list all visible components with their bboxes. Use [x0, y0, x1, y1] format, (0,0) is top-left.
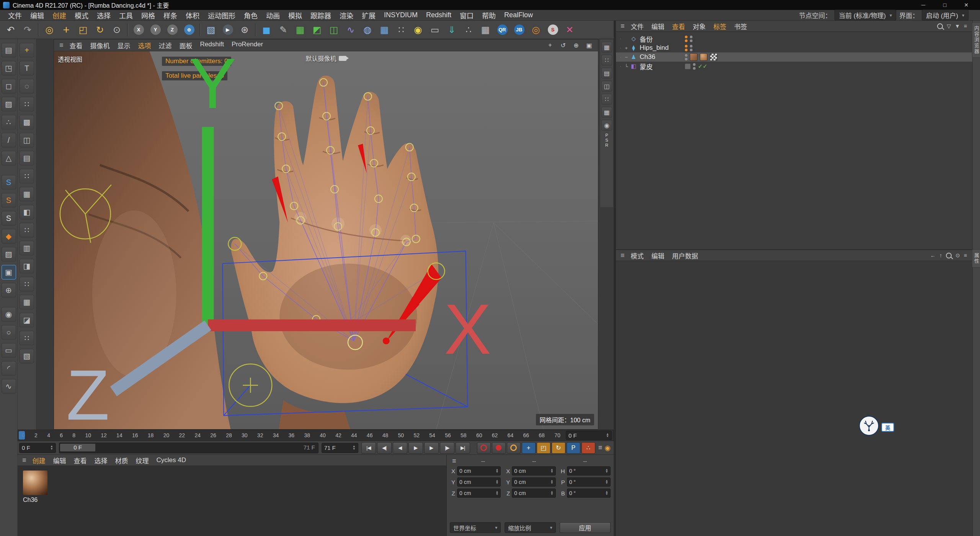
menubar-item[interactable]: RealFlow	[500, 11, 537, 19]
polygon-mode-button[interactable]: △	[2, 151, 16, 165]
pan-view-icon[interactable]: +	[544, 41, 556, 50]
stepper-icon[interactable]: ▲▼	[495, 491, 498, 496]
weights-tag-icon[interactable]	[710, 53, 717, 61]
menubar-item[interactable]: 跟踪器	[306, 10, 335, 20]
keyframe-selection-button[interactable]	[507, 442, 521, 454]
coordinate-input[interactable]: 0 cm▲▼	[512, 466, 555, 476]
panel-menu-icon[interactable]: ≡	[618, 252, 627, 260]
key-rotation-button[interactable]: ↻	[552, 442, 565, 454]
layer-dots-icon[interactable]	[685, 36, 688, 42]
lock-icon[interactable]: ⊙	[956, 252, 960, 258]
light-button[interactable]: ◉	[410, 22, 426, 38]
object-manager-menu-item[interactable]: 查看	[668, 21, 689, 31]
redshift-tool-button[interactable]: S	[544, 22, 561, 38]
stepper-icon[interactable]: ▲▼	[605, 491, 608, 496]
palette-k-button[interactable]: ∷	[20, 277, 34, 291]
scale-button[interactable]: ◰	[75, 22, 91, 38]
palette-i-button[interactable]: ▥	[20, 241, 34, 255]
render-view-button[interactable]: ▧	[203, 22, 219, 38]
render-visibility-dot[interactable]	[690, 49, 693, 51]
coordinate-system-dropdown[interactable]: 世界坐标 ▾	[450, 522, 501, 533]
search-icon[interactable]	[937, 23, 943, 29]
qr-plugin-button[interactable]: QR	[494, 22, 511, 38]
maximize-button[interactable]: □	[934, 0, 956, 10]
menubar-item[interactable]: 角色	[240, 10, 262, 20]
viewport-menu-item[interactable]: 显示	[114, 41, 134, 50]
menubar-item[interactable]: 网格	[137, 10, 159, 20]
menubar-item[interactable]: 工具	[115, 10, 137, 20]
object-row[interactable]: ·◇备份	[616, 34, 972, 43]
redo-button[interactable]: ↷	[19, 22, 36, 38]
menubar-item[interactable]: 体积	[181, 10, 204, 20]
menubar-item[interactable]: 渲染	[335, 10, 358, 20]
material-menu-item[interactable]: 创建	[29, 456, 49, 465]
next-frame-button[interactable]: ▶	[424, 442, 439, 454]
viewport-menu-item[interactable]: 查看	[66, 41, 87, 50]
visibility-dots[interactable]	[685, 54, 688, 60]
menubar-item[interactable]: 扩展	[358, 10, 380, 20]
material-menu-item[interactable]: 编辑	[49, 456, 70, 465]
lock-x-button[interactable]: X	[130, 22, 147, 38]
autokeying-button[interactable]	[492, 442, 506, 454]
menubar-item[interactable]: 样条	[159, 10, 181, 20]
panel-menu-icon[interactable]: ≡	[20, 456, 29, 464]
panel-menu-icon[interactable]: ≡	[618, 22, 627, 30]
palette-n-button[interactable]: ∷	[20, 331, 34, 345]
menubar-item[interactable]: 编辑	[26, 10, 48, 20]
editor-visibility-dot[interactable]	[690, 36, 693, 38]
coordinate-input[interactable]: 0 °▲▼	[567, 489, 611, 498]
panel-menu-icon[interactable]: ≡	[450, 457, 457, 465]
next-key-button[interactable]: |▶	[440, 442, 454, 454]
timeline-options-icon[interactable]: ◉	[604, 444, 611, 452]
model-mode-button[interactable]: ◻	[2, 79, 16, 93]
object-manager-menu-item[interactable]: 文件	[627, 21, 648, 31]
object-row[interactable]: ·−♟Ch36	[616, 52, 972, 62]
current-frame-field[interactable]: 0 F ▲▼	[566, 431, 612, 440]
snap-polygon-button[interactable]: ◫	[601, 81, 612, 92]
prev-key-button[interactable]: ◀|	[377, 442, 392, 454]
coordinate-input[interactable]: 0 °▲▼	[567, 466, 611, 476]
undo-button[interactable]: ↶	[2, 22, 19, 38]
editor-visibility-dot[interactable]	[690, 45, 693, 47]
dock-tab[interactable]: 属性	[972, 249, 980, 268]
mograph-button[interactable]: ◍	[359, 22, 376, 38]
lock-y-button[interactable]: Y	[147, 22, 164, 38]
timeline-ruler[interactable]: 0246810121416182022242628303234363840424…	[18, 430, 614, 441]
expander-icon[interactable]: −	[623, 54, 630, 60]
ring-select-button[interactable]: ◌	[20, 79, 34, 93]
editor-visibility-dot[interactable]	[693, 63, 696, 66]
timeline-ticks[interactable]: 0246810121416182022242628303234363840424…	[18, 430, 566, 441]
spline-white-button[interactable]: S	[2, 211, 16, 226]
interface-dropdown[interactable]: 启动 (用户) ▾	[922, 10, 969, 21]
end-frame-field[interactable]: 71 F ▲▼	[322, 443, 358, 453]
render-visibility-dot[interactable]	[690, 39, 693, 42]
freehand-tool-button[interactable]: ∿	[2, 379, 16, 394]
palette-d-button[interactable]: ▤	[20, 151, 34, 165]
history-up-icon[interactable]: ↑	[939, 252, 942, 258]
floor-button[interactable]: ▭	[426, 22, 443, 38]
menubar-item[interactable]: 选择	[93, 10, 115, 20]
table-button[interactable]: ▦	[477, 22, 494, 38]
texture-mode-button[interactable]: ▨	[2, 97, 16, 111]
fields-button[interactable]: ∷	[393, 22, 410, 38]
menubar-item[interactable]: 帮助	[478, 10, 500, 20]
layer-dots-icon[interactable]	[685, 45, 688, 51]
axis-mode-button[interactable]: ⊕	[2, 283, 16, 297]
toggle-view-icon[interactable]: ▣	[583, 41, 595, 50]
uv-edit-button[interactable]: ▣	[2, 265, 16, 279]
snap-grid-button[interactable]: ▦	[601, 42, 612, 52]
menubar-item[interactable]: 模拟	[284, 10, 306, 20]
key-scale-button[interactable]: ◰	[537, 442, 550, 454]
point-mode-button[interactable]: ∴	[2, 115, 16, 129]
viewport-canvas[interactable]: 透视视图 默认摄像机 Number of emitters: 0 Total l…	[54, 51, 598, 429]
snap-plane-button[interactable]: ▦	[601, 107, 612, 118]
spline-blue-button[interactable]: S	[2, 175, 16, 190]
material-menu-item[interactable]: 查看	[70, 456, 91, 465]
stepper-icon[interactable]: ▲▼	[50, 445, 53, 450]
stepper-icon[interactable]: ▲▼	[353, 445, 356, 450]
object-row[interactable]: ·+⧫Hips_bind	[616, 43, 972, 52]
filter-icon[interactable]: ▽	[947, 23, 951, 29]
node-space-dropdown[interactable]: 当前 (标准/物理) ▾	[835, 10, 896, 21]
palette-b-button[interactable]: ▩	[20, 115, 34, 129]
panel-menu-icon[interactable]: ≡	[964, 23, 967, 29]
